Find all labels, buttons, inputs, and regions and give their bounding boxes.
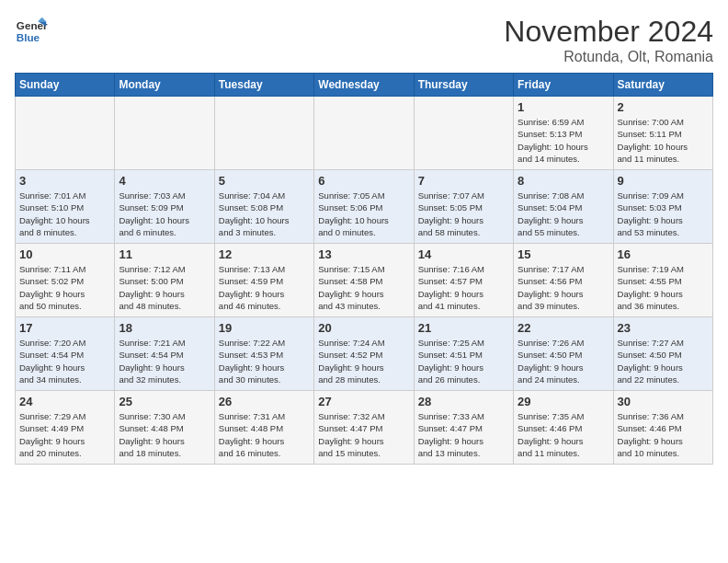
calendar-week-4: 17Sunrise: 7:20 AM Sunset: 4:54 PM Dayli…: [16, 317, 713, 391]
calendar-cell: [115, 97, 214, 170]
day-number: 28: [418, 395, 509, 408]
day-info: Sunrise: 7:00 AM Sunset: 5:11 PM Dayligh…: [618, 116, 709, 165]
day-number: 12: [219, 247, 310, 261]
calendar-cell: 5Sunrise: 7:04 AM Sunset: 5:08 PM Daylig…: [214, 170, 313, 244]
day-number: 8: [518, 174, 609, 188]
calendar-cell: 11Sunrise: 7:12 AM Sunset: 5:00 PM Dayli…: [115, 244, 214, 317]
day-info: Sunrise: 7:05 AM Sunset: 5:06 PM Dayligh…: [318, 190, 409, 238]
day-info: Sunrise: 7:33 AM Sunset: 4:47 PM Dayligh…: [418, 410, 509, 459]
day-number: 7: [418, 174, 509, 188]
calendar-cell: 15Sunrise: 7:17 AM Sunset: 4:56 PM Dayli…: [514, 244, 613, 317]
calendar-cell: 18Sunrise: 7:21 AM Sunset: 4:54 PM Dayli…: [115, 317, 214, 391]
day-info: Sunrise: 7:26 AM Sunset: 4:50 PM Dayligh…: [518, 337, 609, 385]
day-header-thursday: Thursday: [414, 74, 513, 97]
day-info: Sunrise: 7:19 AM Sunset: 4:55 PM Dayligh…: [618, 263, 709, 312]
logo-icon: General Blue: [15, 15, 48, 48]
calendar-cell: [414, 97, 513, 170]
day-header-monday: Monday: [115, 74, 214, 97]
day-info: Sunrise: 7:36 AM Sunset: 4:46 PM Dayligh…: [618, 410, 709, 459]
day-info: Sunrise: 7:01 AM Sunset: 5:10 PM Dayligh…: [19, 190, 110, 238]
day-number: 23: [618, 321, 709, 335]
day-number: 10: [19, 247, 110, 261]
day-number: 29: [518, 395, 609, 408]
day-info: Sunrise: 7:22 AM Sunset: 4:53 PM Dayligh…: [219, 337, 310, 385]
day-info: Sunrise: 7:35 AM Sunset: 4:46 PM Dayligh…: [518, 410, 609, 459]
day-number: 30: [618, 395, 709, 408]
calendar-cell: 23Sunrise: 7:27 AM Sunset: 4:50 PM Dayli…: [613, 317, 712, 391]
day-number: 2: [618, 100, 709, 114]
calendar-cell: 19Sunrise: 7:22 AM Sunset: 4:53 PM Dayli…: [214, 317, 313, 391]
calendar-cell: 12Sunrise: 7:13 AM Sunset: 4:59 PM Dayli…: [214, 244, 313, 317]
calendar-cell: 13Sunrise: 7:15 AM Sunset: 4:58 PM Dayli…: [314, 244, 414, 317]
day-info: Sunrise: 7:08 AM Sunset: 5:04 PM Dayligh…: [518, 190, 609, 238]
day-number: 9: [618, 174, 709, 188]
day-header-tuesday: Tuesday: [214, 74, 313, 97]
day-info: Sunrise: 7:29 AM Sunset: 4:49 PM Dayligh…: [19, 410, 110, 459]
day-number: 4: [119, 174, 210, 188]
day-info: Sunrise: 7:17 AM Sunset: 4:56 PM Dayligh…: [518, 263, 609, 312]
day-header-saturday: Saturday: [613, 74, 712, 97]
calendar-cell: 17Sunrise: 7:20 AM Sunset: 4:54 PM Dayli…: [16, 317, 115, 391]
day-number: 11: [119, 247, 210, 261]
day-info: Sunrise: 7:03 AM Sunset: 5:09 PM Dayligh…: [119, 190, 210, 238]
calendar-cell: [314, 97, 414, 170]
calendar-week-2: 3Sunrise: 7:01 AM Sunset: 5:10 PM Daylig…: [16, 170, 713, 244]
calendar-cell: 26Sunrise: 7:31 AM Sunset: 4:48 PM Dayli…: [214, 391, 313, 465]
day-number: 21: [418, 321, 509, 335]
day-info: Sunrise: 7:27 AM Sunset: 4:50 PM Dayligh…: [618, 337, 709, 385]
day-info: Sunrise: 7:31 AM Sunset: 4:48 PM Dayligh…: [219, 410, 310, 459]
calendar-cell: 28Sunrise: 7:33 AM Sunset: 4:47 PM Dayli…: [414, 391, 513, 465]
day-info: Sunrise: 7:12 AM Sunset: 5:00 PM Dayligh…: [119, 263, 210, 312]
calendar-cell: 14Sunrise: 7:16 AM Sunset: 4:57 PM Dayli…: [414, 244, 513, 317]
day-number: 13: [318, 247, 409, 261]
day-number: 19: [219, 321, 310, 335]
day-number: 1: [518, 100, 609, 114]
title-block: November 2024 Rotunda, Olt, Romania: [504, 15, 713, 65]
day-number: 27: [318, 395, 409, 408]
calendar-week-3: 10Sunrise: 7:11 AM Sunset: 5:02 PM Dayli…: [16, 244, 713, 317]
day-header-sunday: Sunday: [16, 74, 115, 97]
calendar-cell: 22Sunrise: 7:26 AM Sunset: 4:50 PM Dayli…: [514, 317, 613, 391]
day-number: 3: [19, 174, 110, 188]
day-info: Sunrise: 7:20 AM Sunset: 4:54 PM Dayligh…: [19, 337, 110, 385]
day-info: Sunrise: 7:16 AM Sunset: 4:57 PM Dayligh…: [418, 263, 509, 312]
day-info: Sunrise: 7:09 AM Sunset: 5:03 PM Dayligh…: [618, 190, 709, 238]
calendar-week-5: 24Sunrise: 7:29 AM Sunset: 4:49 PM Dayli…: [16, 391, 713, 465]
day-info: Sunrise: 6:59 AM Sunset: 5:13 PM Dayligh…: [518, 116, 609, 165]
day-info: Sunrise: 7:11 AM Sunset: 5:02 PM Dayligh…: [19, 263, 110, 312]
day-number: 17: [19, 321, 110, 335]
day-info: Sunrise: 7:15 AM Sunset: 4:58 PM Dayligh…: [318, 263, 409, 312]
calendar-cell: 4Sunrise: 7:03 AM Sunset: 5:09 PM Daylig…: [115, 170, 214, 244]
calendar-cell: 1Sunrise: 6:59 AM Sunset: 5:13 PM Daylig…: [514, 97, 613, 170]
calendar-cell: 6Sunrise: 7:05 AM Sunset: 5:06 PM Daylig…: [314, 170, 414, 244]
day-number: 25: [119, 395, 210, 408]
day-number: 26: [219, 395, 310, 408]
calendar-cell: [214, 97, 313, 170]
day-number: 6: [318, 174, 409, 188]
calendar-cell: 7Sunrise: 7:07 AM Sunset: 5:05 PM Daylig…: [414, 170, 513, 244]
day-info: Sunrise: 7:04 AM Sunset: 5:08 PM Dayligh…: [219, 190, 310, 238]
calendar-cell: 25Sunrise: 7:30 AM Sunset: 4:48 PM Dayli…: [115, 391, 214, 465]
calendar-cell: 9Sunrise: 7:09 AM Sunset: 5:03 PM Daylig…: [613, 170, 712, 244]
calendar-cell: 20Sunrise: 7:24 AM Sunset: 4:52 PM Dayli…: [314, 317, 414, 391]
location: Rotunda, Olt, Romania: [504, 49, 713, 65]
calendar-header-row: SundayMondayTuesdayWednesdayThursdayFrid…: [16, 74, 713, 97]
calendar-cell: 3Sunrise: 7:01 AM Sunset: 5:10 PM Daylig…: [16, 170, 115, 244]
page-header: General Blue November 2024 Rotunda, Olt,…: [15, 15, 713, 65]
calendar-cell: 29Sunrise: 7:35 AM Sunset: 4:46 PM Dayli…: [514, 391, 613, 465]
day-number: 20: [318, 321, 409, 335]
month-title: November 2024: [504, 15, 713, 49]
day-info: Sunrise: 7:25 AM Sunset: 4:51 PM Dayligh…: [418, 337, 509, 385]
calendar-week-1: 1Sunrise: 6:59 AM Sunset: 5:13 PM Daylig…: [16, 97, 713, 170]
calendar-cell: 30Sunrise: 7:36 AM Sunset: 4:46 PM Dayli…: [613, 391, 712, 465]
day-number: 14: [418, 247, 509, 261]
day-info: Sunrise: 7:13 AM Sunset: 4:59 PM Dayligh…: [219, 263, 310, 312]
calendar-cell: 2Sunrise: 7:00 AM Sunset: 5:11 PM Daylig…: [613, 97, 712, 170]
day-number: 22: [518, 321, 609, 335]
calendar-cell: 21Sunrise: 7:25 AM Sunset: 4:51 PM Dayli…: [414, 317, 513, 391]
day-info: Sunrise: 7:30 AM Sunset: 4:48 PM Dayligh…: [119, 410, 210, 459]
calendar-cell: 10Sunrise: 7:11 AM Sunset: 5:02 PM Dayli…: [16, 244, 115, 317]
day-header-wednesday: Wednesday: [314, 74, 414, 97]
svg-text:Blue: Blue: [17, 31, 40, 43]
day-number: 18: [119, 321, 210, 335]
